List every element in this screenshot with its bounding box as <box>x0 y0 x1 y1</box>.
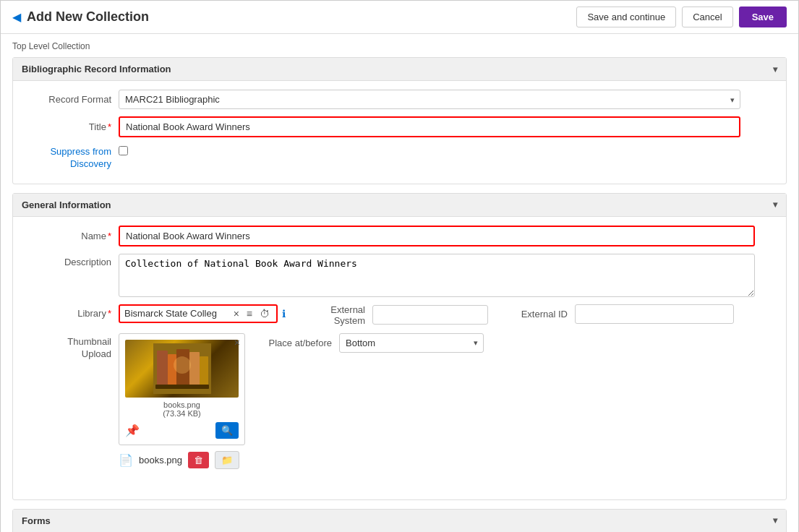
thumbnail-pin-icon[interactable]: 📌 <box>125 424 140 437</box>
file-folder-button[interactable]: 📁 <box>215 451 239 469</box>
description-label: Description <box>25 254 119 267</box>
description-row: Description Collection of National Book … <box>25 254 774 297</box>
page-header: ◀ Add New Collection Save and continue C… <box>1 1 798 34</box>
library-group: Library* Bismarck State Colleg × ≡ ⏱ ℹ <box>25 304 286 323</box>
record-format-label: Record Format <box>25 94 119 105</box>
cancel-button[interactable]: Cancel <box>682 7 732 27</box>
svg-rect-5 <box>200 356 208 389</box>
library-value: Bismarck State Colleg <box>124 308 228 319</box>
header-buttons: Save and continue Cancel Save <box>576 7 787 27</box>
title-input[interactable] <box>119 116 740 137</box>
file-delete-button[interactable]: 🗑 <box>188 452 209 468</box>
external-id-input[interactable] <box>575 304 734 324</box>
suppress-row: Suppress fromDiscovery <box>25 145 774 171</box>
place-label: Place at/before <box>267 338 339 348</box>
bibliographic-section: Bibliographic Record Information ▾ Recor… <box>12 57 787 184</box>
general-section-title: General Information <box>22 200 111 210</box>
record-format-row: Record Format MARC21 Bibliographic ▾ <box>25 90 774 109</box>
external-id-label: External ID <box>503 309 575 319</box>
page-title: Add New Collection <box>27 9 149 25</box>
library-list-button[interactable]: ≡ <box>244 307 255 320</box>
library-field: Bismarck State Colleg × ≡ ⏱ <box>119 304 278 323</box>
svg-rect-4 <box>189 352 200 388</box>
save-button[interactable]: Save <box>739 7 787 27</box>
place-select[interactable]: Bottom <box>339 333 484 353</box>
svg-rect-2 <box>168 354 176 387</box>
library-required: * <box>108 308 111 319</box>
external-system-input[interactable] <box>372 305 488 325</box>
bibliographic-section-body: Record Format MARC21 Bibliographic ▾ Tit… <box>13 81 786 184</box>
forms-section-header[interactable]: Forms ▾ <box>13 510 786 532</box>
svg-rect-1 <box>157 351 168 387</box>
library-label: Library* <box>25 308 119 319</box>
svg-rect-6 <box>155 385 209 389</box>
title-row: Title* <box>25 116 774 137</box>
external-id-group: External ID <box>503 304 734 324</box>
general-section-body: Name* Description Collection of National… <box>13 217 786 499</box>
library-info-icon[interactable]: ℹ <box>282 308 286 319</box>
description-textarea[interactable]: Collection of National Book Award Winner… <box>119 254 755 297</box>
general-section-header[interactable]: General Information ▾ <box>13 194 786 217</box>
name-required: * <box>108 231 111 241</box>
title-label: Title* <box>25 121 119 132</box>
thumbnail-image <box>125 340 239 398</box>
bibliographic-section-title: Bibliographic Record Information <box>22 64 171 74</box>
name-label: Name* <box>25 231 119 241</box>
save-continue-button[interactable]: Save and continue <box>576 7 676 27</box>
library-clock-button[interactable]: ⏱ <box>257 307 272 320</box>
bibliographic-collapse-icon: ▾ <box>773 64 777 74</box>
suppress-label: Suppress fromDiscovery <box>25 145 119 171</box>
svg-point-7 <box>174 356 191 374</box>
general-section: General Information ▾ Name* Description … <box>12 193 787 500</box>
main-content: Top Level Collection Bibliographic Recor… <box>1 34 798 532</box>
thumbnail-row: ThumbnailUpload × <box>25 333 245 476</box>
back-button[interactable]: ◀ <box>12 10 21 24</box>
thumbnail-zoom-button[interactable]: 🔍 <box>215 422 239 439</box>
file-name: books.png <box>139 455 182 466</box>
suppress-checkbox[interactable] <box>119 146 128 155</box>
record-format-select[interactable]: MARC21 Bibliographic <box>119 90 740 109</box>
library-clear-button[interactable]: × <box>231 307 242 320</box>
place-select-wrapper: Bottom ▾ <box>339 333 484 353</box>
thumbnail-filename: books.png (73.34 KB) <box>125 400 239 418</box>
thumbnail-actions: 📌 🔍 <box>125 422 239 439</box>
thumbnail-container: × <box>119 333 245 476</box>
general-collapse-icon: ▾ <box>773 200 777 210</box>
forms-collapse-icon: ▾ <box>773 515 777 525</box>
forms-section-title: Forms <box>22 515 51 526</box>
thumbnail-close-button[interactable]: × <box>234 337 240 348</box>
header-left: ◀ Add New Collection <box>12 9 149 25</box>
forms-section: Forms ▾ Record Format MARC21 Bibliograph… <box>12 509 787 532</box>
top-level-label: Top Level Collection <box>12 41 787 51</box>
thumbnail-label: ThumbnailUpload <box>25 333 119 361</box>
thumbnail-box: × <box>119 333 245 445</box>
name-row: Name* <box>25 226 774 246</box>
file-icon: 📄 <box>119 453 133 467</box>
record-format-select-wrapper: MARC21 Bibliographic ▾ <box>119 90 740 109</box>
file-row: 📄 books.png 🗑 📁 <box>119 451 245 469</box>
place-group: Place at/before Bottom ▾ <box>267 333 484 353</box>
thumbnail-place-row: ThumbnailUpload × <box>25 333 774 484</box>
bibliographic-section-header[interactable]: Bibliographic Record Information ▾ <box>13 58 786 81</box>
name-input[interactable] <box>119 226 755 246</box>
external-system-label: ExternalSystem <box>300 304 372 326</box>
library-external-row: Library* Bismarck State Colleg × ≡ ⏱ ℹ E… <box>25 304 774 326</box>
books-svg <box>153 343 211 394</box>
title-required: * <box>108 121 111 132</box>
external-system-group: ExternalSystem <box>300 304 488 326</box>
